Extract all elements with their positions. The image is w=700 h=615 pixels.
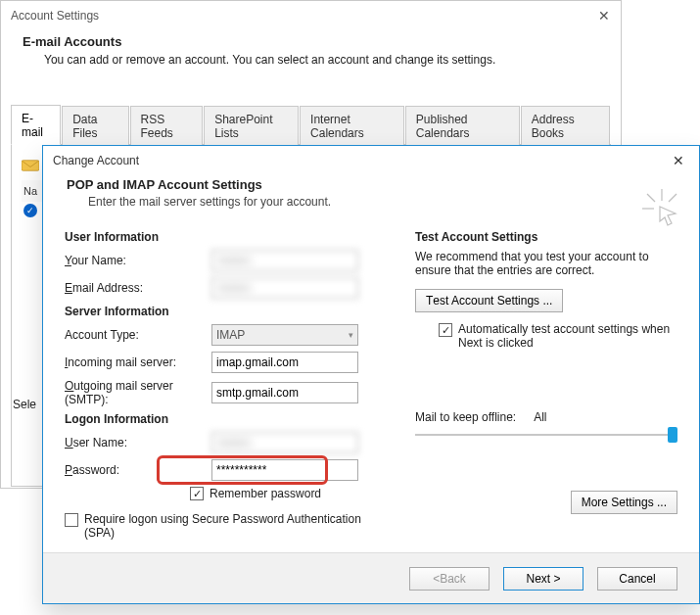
spa-label: Require logon using Secure Password Auth… (84, 512, 378, 540)
outgoing-server-label: Outgoing mail server (SMTP): (65, 379, 211, 406)
email-accounts-subtext: You can add or remove an account. You ca… (23, 53, 599, 67)
tab-published-calendars[interactable]: Published Calendars (405, 106, 520, 145)
account-type-value: IMAP (216, 328, 245, 342)
email-address-input[interactable] (211, 277, 358, 299)
pop-imap-heading: POP and IMAP Account Settings (67, 177, 681, 192)
logon-info-heading: Logon Information (65, 412, 397, 426)
server-info-heading: Server Information (65, 305, 397, 318)
user-info-heading: User Information (65, 230, 397, 244)
account-type-select: IMAP ▾ (211, 324, 358, 346)
remember-password-label: Remember password (210, 487, 321, 500)
right-column: Test Account Settings We recommend that … (397, 224, 677, 540)
slider-thumb-icon (668, 427, 677, 443)
test-account-desc: We recommend that you test your account … (415, 250, 677, 277)
tab-datafiles[interactable]: Data Files (62, 106, 128, 145)
email-accounts-heading: E-mail Accounts (23, 34, 599, 49)
remember-password-checkbox[interactable] (190, 487, 204, 500)
tab-address-books[interactable]: Address Books (521, 106, 610, 145)
outgoing-server-input[interactable] (211, 382, 358, 403)
test-account-heading: Test Account Settings (415, 230, 677, 244)
your-name-label: Your Name: (65, 254, 211, 267)
more-settings-button[interactable]: More Settings ... (571, 491, 677, 514)
remember-password-highlight (157, 455, 328, 485)
account-settings-close-button[interactable]: ✕ (593, 5, 615, 26)
tab-sharepoint[interactable]: SharePoint Lists (204, 106, 299, 145)
account-type-label: Account Type: (65, 328, 211, 342)
close-icon: ✕ (673, 153, 684, 168)
email-address-label: Email Address: (65, 281, 211, 295)
mail-offline-slider[interactable] (415, 424, 677, 446)
incoming-server-input[interactable] (211, 352, 358, 373)
tab-email[interactable]: E-mail (11, 105, 61, 145)
tab-rssfeeds[interactable]: RSS Feeds (130, 106, 204, 145)
test-account-settings-button[interactable]: Test Account Settings ... (415, 289, 563, 312)
cancel-button[interactable]: Cancel (597, 567, 677, 591)
svg-rect-0 (22, 161, 39, 171)
spa-checkbox[interactable] (65, 513, 78, 527)
auto-test-label: Automatically test account settings when… (458, 322, 677, 350)
auto-test-checkbox[interactable] (439, 323, 452, 337)
incoming-server-label: Incoming mail server: (65, 355, 211, 369)
select-partial-label: Sele (13, 398, 36, 411)
next-button[interactable]: Next > (503, 567, 583, 591)
pop-imap-subtext: Enter the mail server settings for your … (67, 195, 681, 209)
change-account-footer: < Back Next > Cancel (43, 552, 699, 603)
mail-icon (22, 159, 39, 172)
svg-line-4 (669, 194, 677, 202)
left-column: User Information Your Name: Email Addres… (65, 224, 397, 540)
close-icon: ✕ (598, 8, 610, 24)
chevron-down-icon: ▾ (349, 330, 353, 340)
account-settings-titlebar: Account Settings ✕ (1, 1, 621, 30)
mail-offline-value: All (534, 410, 546, 424)
your-name-input[interactable] (211, 250, 358, 271)
change-account-titlebar: Change Account ✕ (43, 146, 699, 175)
account-settings-title: Account Settings (11, 9, 99, 23)
svg-line-3 (647, 194, 655, 202)
check-icon: ✓ (23, 204, 37, 217)
change-account-window: Change Account ✕ POP and IMAP Account Se… (42, 145, 700, 604)
change-account-close-button[interactable]: ✕ (668, 150, 689, 171)
mail-offline-label: Mail to keep offline: (415, 410, 516, 424)
tab-internet-calendars[interactable]: Internet Calendars (300, 106, 404, 145)
username-input[interactable] (211, 432, 358, 453)
change-account-title: Change Account (53, 154, 139, 167)
username-label: User Name: (65, 436, 211, 449)
back-button[interactable]: < Back (409, 567, 490, 591)
